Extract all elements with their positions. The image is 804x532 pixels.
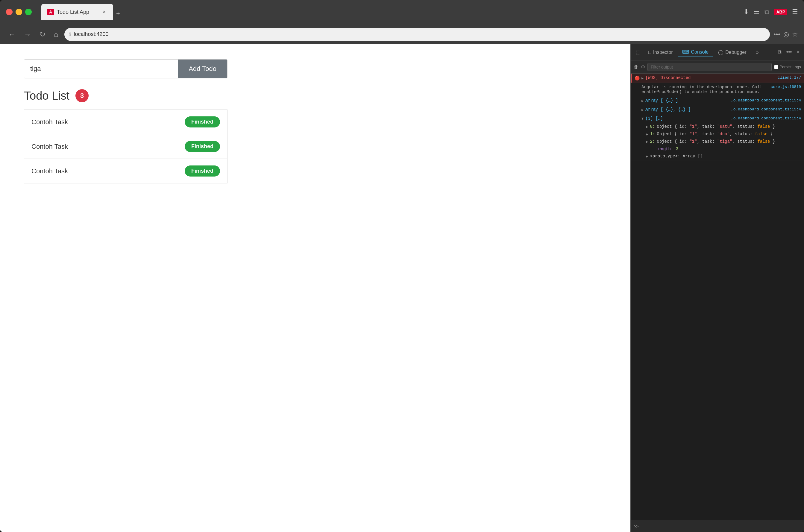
angular-info-text: Angular is running in the development mo…: [641, 85, 766, 94]
browser-window: A Todo List App × + ⬇ ⚌ ⧉ ABP ☰ ← → ↻ ⌂ …: [0, 0, 804, 532]
array2-location[interactable]: …o.dashboard.component.ts:15:4: [728, 107, 801, 112]
browser-tab[interactable]: A Todo List App ×: [41, 4, 113, 20]
console-footer-expand-button[interactable]: >>: [634, 524, 638, 529]
devtools-tabs: ⬚ □ Inspector ⌨ Console ◯ Debugger » ⧉ •: [631, 44, 804, 60]
console-array-item-1: ▶ 1: Object { id: "1", task: "dua", stat…: [643, 131, 804, 138]
todo-task-name: Contoh Task: [32, 118, 68, 126]
console-entry-array-expanded: ▼ (3) […] …o.dashboard.component.ts:15:4: [631, 114, 804, 123]
filter-icon: ⚙: [641, 64, 645, 70]
console-array-item-0: ▶ 0: Object { id: "1", task: "satu", sta…: [643, 123, 804, 131]
persist-logs-checkbox[interactable]: [774, 65, 778, 69]
devtools-pick-element-button[interactable]: ⬚: [634, 48, 643, 56]
todo-count-badge: 3: [75, 89, 89, 102]
wds-error-text: [WDS] Disconnected!: [646, 75, 773, 80]
library-icon[interactable]: ⚌: [754, 8, 760, 16]
finished-badge: Finished: [185, 116, 220, 128]
more-devtools-tabs-button[interactable]: »: [752, 48, 763, 57]
todo-list-title: Todo List: [24, 90, 70, 102]
tab-inspector[interactable]: □ Inspector: [644, 48, 677, 57]
download-icon[interactable]: ⬇: [744, 8, 749, 16]
maximize-window-button[interactable]: [25, 9, 32, 15]
array1-location[interactable]: …o.dashboard.component.ts:15:4: [728, 98, 801, 102]
todo-input[interactable]: [24, 59, 178, 78]
nav-bar: ← → ↻ ⌂ ℹ localhost:4200 ••• ◎ ☆: [0, 24, 804, 44]
expand-array1-button[interactable]: ▶: [641, 99, 643, 103]
nav-extras: ••• ◎ ☆: [773, 31, 798, 38]
split-view-icon[interactable]: ⧉: [765, 8, 769, 16]
devtools-tab-actions: ⧉ ••• ×: [777, 48, 801, 57]
console-tab-label: Console: [691, 50, 709, 55]
more-options-icon[interactable]: •••: [773, 31, 780, 38]
forward-button[interactable]: →: [22, 29, 34, 40]
tab-favicon: A: [47, 9, 54, 15]
console-array-item-2: ▶ 2: Object { id: "1", task: "tiga", sta…: [643, 138, 804, 146]
pocket-icon[interactable]: ◎: [783, 31, 789, 38]
array1-text: Array [ {…} ]: [646, 98, 726, 103]
close-window-button[interactable]: [6, 9, 13, 15]
collapse-array-button[interactable]: ▼: [641, 117, 643, 121]
todo-item[interactable]: Contoh Task Finished: [24, 134, 227, 159]
traffic-lights: [6, 9, 32, 15]
tab-console[interactable]: ⌨ Console: [678, 47, 713, 57]
abp-badge[interactable]: ABP: [774, 9, 787, 15]
debugger-tab-label: Debugger: [725, 50, 746, 55]
minimize-window-button[interactable]: [16, 9, 22, 15]
console-icon: ⌨: [682, 49, 689, 55]
todo-task-name: Contoh Task: [32, 143, 68, 151]
todo-input-row: Add Todo: [24, 59, 227, 78]
array2-text: Array [ {…}, {…} ]: [646, 107, 726, 112]
expand-wds-button[interactable]: ▶: [641, 76, 643, 80]
array-expanded-location[interactable]: …o.dashboard.component.ts:15:4: [728, 116, 801, 120]
console-entry-wds: 🔴 ▶ [WDS] Disconnected! client:177: [631, 74, 804, 83]
address-bar[interactable]: ℹ localhost:4200: [64, 28, 770, 41]
finished-badge: Finished: [185, 141, 220, 152]
console-array-children: ▶ 0: Object { id: "1", task: "satu", sta…: [631, 123, 804, 160]
wds-error-location[interactable]: client:177: [775, 75, 801, 80]
error-icon: 🔴: [635, 76, 640, 81]
info-icon: ℹ: [69, 32, 71, 37]
tab-debugger[interactable]: ◯ Debugger: [714, 48, 750, 57]
devtools-close-button[interactable]: ×: [795, 48, 801, 57]
todo-header: Todo List 3: [24, 89, 227, 102]
home-button[interactable]: ⌂: [52, 29, 61, 40]
todo-task-name: Contoh Task: [32, 167, 68, 175]
persist-logs-container: Persist Logs: [774, 64, 801, 69]
title-bar: A Todo List App × + ⬇ ⚌ ⧉ ABP ☰: [0, 0, 804, 24]
app-area: Add Todo Todo List 3 Contoh Task Finishe…: [0, 44, 630, 532]
tab-close-button[interactable]: ×: [101, 9, 107, 15]
address-text: localhost:4200: [74, 31, 109, 37]
todo-items: Contoh Task Finished Contoh Task Finishe…: [24, 110, 227, 183]
finished-badge: Finished: [185, 166, 220, 176]
tab-title: Todo List App: [57, 9, 98, 15]
add-todo-button[interactable]: Add Todo: [178, 59, 227, 78]
inspector-icon: □: [648, 50, 651, 55]
back-button[interactable]: ←: [6, 29, 18, 40]
console-footer: >>: [631, 520, 804, 532]
devtools-undock-button[interactable]: ⧉: [777, 48, 783, 57]
todo-item[interactable]: Contoh Task Finished: [24, 110, 227, 134]
todo-item[interactable]: Contoh Task Finished: [24, 158, 227, 184]
console-array-length: length: 3: [643, 146, 804, 153]
devtools-options-button[interactable]: •••: [785, 48, 793, 57]
angular-info-location[interactable]: core.js:16819: [768, 85, 801, 89]
devtools-panel: ⬚ □ Inspector ⌨ Console ◯ Debugger » ⧉ •: [630, 44, 804, 532]
browser-actions: ⬇ ⚌ ⧉ ABP ☰: [744, 8, 798, 16]
console-entry-array2: ▶ Array [ {…}, {…} ] …o.dashboard.compon…: [631, 105, 804, 114]
new-tab-button[interactable]: +: [114, 7, 123, 20]
console-entry-array1: ▶ Array [ {…} ] …o.dashboard.component.t…: [631, 96, 804, 105]
debugger-icon: ◯: [718, 50, 724, 55]
array-expanded-header: (3) […]: [646, 116, 726, 121]
console-filter-input[interactable]: [648, 63, 772, 71]
console-content: 🔴 ▶ [WDS] Disconnected! client:177 Angul…: [631, 74, 804, 520]
content-area: Add Todo Todo List 3 Contoh Task Finishe…: [0, 44, 804, 532]
inspector-tab-label: Inspector: [653, 50, 673, 55]
tabs-bar: A Todo List App × +: [41, 4, 740, 20]
console-array-prototype: ▶ <prototype>: Array []: [643, 153, 804, 160]
persist-logs-label: Persist Logs: [780, 64, 801, 69]
expand-array2-button[interactable]: ▶: [641, 108, 643, 112]
hamburger-menu-icon[interactable]: ☰: [792, 8, 798, 16]
refresh-button[interactable]: ↻: [37, 29, 48, 40]
console-entry-angular-info: Angular is running in the development mo…: [631, 83, 804, 96]
clear-console-button[interactable]: 🗑: [634, 64, 638, 70]
bookmark-icon[interactable]: ☆: [792, 31, 798, 38]
